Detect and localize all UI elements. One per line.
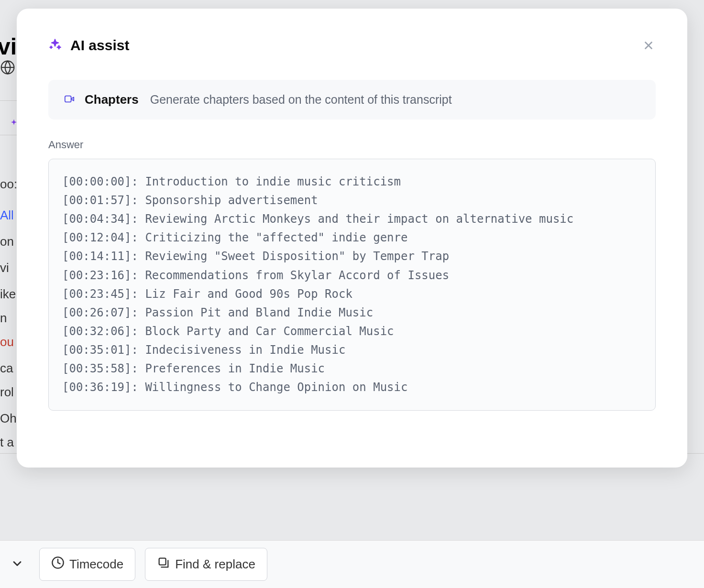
find-replace-button[interactable]: Find & replace [145,548,267,581]
modal-title: AI assist [70,37,129,54]
bottom-toolbar: Timecode Find & replace [0,540,704,588]
background-text-fragment: on [0,234,14,249]
chevron-down-icon[interactable] [5,557,30,572]
page-title-fragment: vi [0,33,17,60]
answer-output[interactable]: [00:00:00]: Introduction to indie music … [48,159,656,411]
chapters-label: Chapters [85,92,139,107]
background-text-fragment: All [0,208,14,223]
background-text-fragment: n [0,311,7,326]
background-text-fragment: ike [0,287,16,302]
video-icon [63,94,76,106]
chapters-description: Generate chapters based on the content o… [150,93,452,107]
background-text-fragment: ou [0,335,14,349]
modal-title-wrap: AI assist [48,37,129,54]
divider [0,100,19,101]
background-text-fragment: rol [0,385,14,400]
background-text-fragment: Oh [0,411,17,426]
svg-rect-3 [159,558,166,565]
background-text-fragment: t a [0,435,14,450]
find-replace-icon [157,556,170,573]
background-text-fragment: ca [0,361,13,376]
timecode-label: Timecode [69,557,123,572]
divider [0,135,19,135]
svg-rect-6 [65,96,71,102]
ai-assist-modal: AI assist Chapters Generate chapters bas… [17,9,687,468]
find-replace-label: Find & replace [175,557,255,572]
background-text-fragment: oo: [0,177,17,192]
globe-icon [0,60,15,77]
answer-label: Answer [48,139,656,151]
close-button[interactable] [641,38,656,53]
clock-icon [51,556,65,573]
background-text-fragment: vi [0,261,9,275]
modal-header: AI assist [48,37,656,54]
sparkle-icon [48,38,62,53]
timecode-button[interactable]: Timecode [39,548,135,581]
chapters-option[interactable]: Chapters Generate chapters based on the … [48,80,656,120]
